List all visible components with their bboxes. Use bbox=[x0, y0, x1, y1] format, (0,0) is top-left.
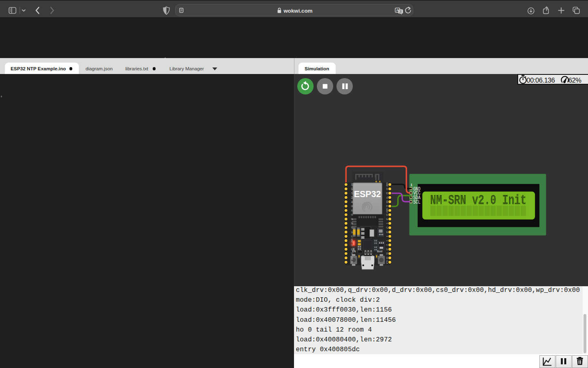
svg-text:34: 34 bbox=[351, 201, 353, 203]
svg-text:16: 16 bbox=[386, 231, 388, 233]
svg-text:5V: 5V bbox=[351, 261, 353, 264]
svg-text:VN: VN bbox=[351, 196, 353, 199]
svg-text:35: 35 bbox=[351, 205, 353, 208]
svg-text:TX: TX bbox=[386, 196, 388, 199]
svg-text:5: 5 bbox=[386, 223, 388, 224]
svg-text:33: 33 bbox=[351, 214, 353, 216]
svg-text:VP: VP bbox=[351, 192, 353, 194]
svg-text:CMD: CMD bbox=[351, 256, 353, 260]
svg-text:EN: EN bbox=[351, 188, 353, 190]
svg-text:22: 22 bbox=[386, 192, 388, 195]
svg-text:17: 17 bbox=[386, 227, 388, 229]
svg-text:CLK: CLK bbox=[386, 260, 388, 265]
svg-text:RX: RX bbox=[386, 200, 388, 203]
svg-text:23: 23 bbox=[386, 188, 388, 190]
svg-text:27: 27 bbox=[351, 227, 353, 229]
svg-text:32: 32 bbox=[351, 209, 353, 212]
svg-text:21: 21 bbox=[386, 205, 388, 208]
svg-text:19: 19 bbox=[386, 214, 388, 216]
svg-text:3V3: 3V3 bbox=[351, 183, 353, 186]
svg-text:25: 25 bbox=[351, 218, 353, 220]
svg-text:15: 15 bbox=[386, 248, 388, 251]
svg-text:GND: GND bbox=[386, 208, 388, 213]
svg-text:D3: D3 bbox=[351, 252, 353, 255]
svg-text:12: 12 bbox=[351, 235, 353, 238]
svg-text:14: 14 bbox=[351, 231, 353, 233]
svg-text:13: 13 bbox=[351, 244, 353, 246]
svg-text:Boot: Boot bbox=[377, 250, 383, 253]
svg-text:D0: D0 bbox=[386, 257, 388, 259]
svg-text:GND: GND bbox=[386, 182, 388, 187]
svg-text:0: 0 bbox=[386, 240, 388, 241]
svg-text:D2: D2 bbox=[351, 248, 353, 251]
svg-text:SCL: SCL bbox=[413, 199, 421, 205]
svg-text:NM-SRN v2.0 Init: NM-SRN v2.0 Init bbox=[430, 192, 526, 208]
svg-text:文: 文 bbox=[399, 10, 402, 13]
svg-text:ESP32: ESP32 bbox=[354, 189, 381, 199]
svg-text:1: 1 bbox=[411, 183, 412, 187]
svg-text:D1: D1 bbox=[386, 252, 388, 255]
svg-text:18: 18 bbox=[386, 218, 388, 220]
svg-text:2: 2 bbox=[386, 245, 388, 246]
svg-text:26: 26 bbox=[351, 222, 353, 225]
svg-text:GND: GND bbox=[351, 238, 353, 243]
svg-text:4: 4 bbox=[386, 236, 388, 237]
